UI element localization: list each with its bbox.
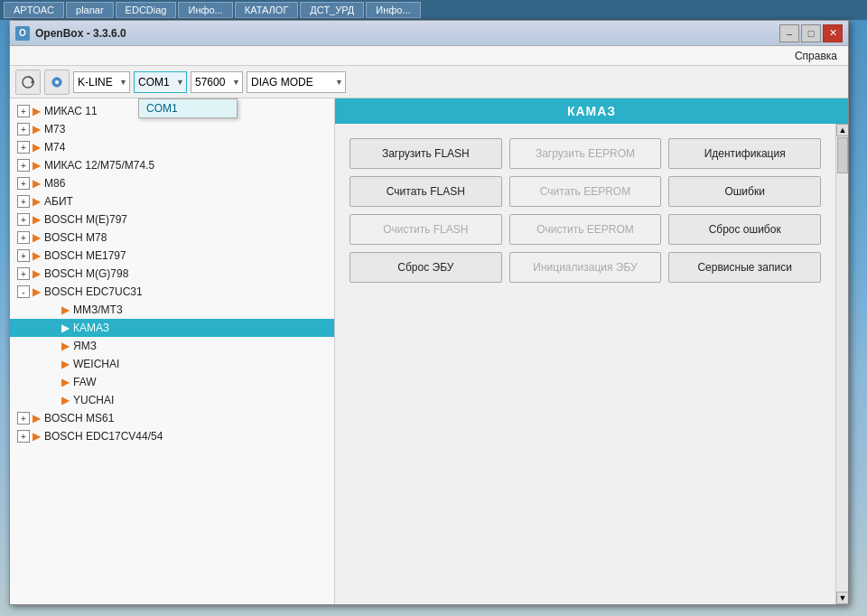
tree-item-faw[interactable]: ▶FAW bbox=[10, 373, 334, 391]
tree-label-m73: М73 bbox=[44, 123, 65, 135]
tree-expand-m74[interactable]: + bbox=[17, 141, 30, 154]
taskbar: АРTOAC planar EDCDiag Инфо... КАТАЛОГ ДС… bbox=[0, 0, 867, 20]
tree-label-bosch797: BOSCH M(E)797 bbox=[44, 213, 127, 226]
menu-help[interactable]: Справка bbox=[788, 48, 844, 64]
tree-label-kamaz: КАМАЗ bbox=[73, 322, 109, 334]
tree-node-icon-faw: ▶ bbox=[61, 376, 70, 388]
tree-label-mikas11: МИКАС 11 bbox=[44, 105, 98, 117]
scrollbar-thumb[interactable] bbox=[837, 137, 848, 173]
tree-label-boschms61: BOSCH MS61 bbox=[44, 412, 114, 425]
action-btn-service_records[interactable]: Сервисные записи bbox=[668, 252, 821, 283]
restore-button[interactable]: □ bbox=[801, 24, 821, 42]
action-btn-read_flash[interactable]: Считать FLASH bbox=[350, 176, 502, 207]
menu-bar: Справка bbox=[10, 46, 848, 66]
tree-expand-boschms61[interactable]: + bbox=[17, 412, 30, 425]
toolbar-connect-button[interactable] bbox=[44, 70, 70, 95]
taskbar-item-artoac[interactable]: АРTOAC bbox=[4, 2, 64, 18]
main-window: O OpenBox - 3.3.6.0 – □ ✕ Справка bbox=[9, 20, 849, 605]
tree-item-yamz[interactable]: ▶ЯМЗ bbox=[10, 337, 334, 355]
tree-node-icon-mmz_mt3: ▶ bbox=[61, 303, 70, 316]
scrollbar-track bbox=[836, 174, 848, 592]
action-btn-clear_eeprom: Очистить EEPROM bbox=[509, 214, 662, 245]
tree-item-m86[interactable]: +▶М86 bbox=[10, 174, 334, 192]
baud-rate-select[interactable]: 57600 bbox=[191, 71, 243, 93]
taskbar-item-info1[interactable]: Инфо... bbox=[178, 2, 232, 18]
tree-item-boschme1797[interactable]: +▶BOSCH ME1797 bbox=[10, 247, 334, 265]
action-btn-identification[interactable]: Идентификация bbox=[668, 138, 821, 169]
tree-item-boschg798[interactable]: +▶BOSCH M(G)798 bbox=[10, 265, 334, 283]
tree-expand-abit[interactable]: + bbox=[17, 195, 30, 208]
toolbar-refresh-button[interactable] bbox=[15, 70, 41, 95]
action-btn-reset_ecu[interactable]: Сброс ЭБУ bbox=[350, 252, 502, 283]
taskbar-item-katalog[interactable]: КАТАЛОГ bbox=[235, 2, 299, 18]
window-title: OpenBox - 3.3.6.0 bbox=[35, 27, 779, 40]
tree-label-boschm78: BOSCH M78 bbox=[44, 231, 107, 244]
tree-expand-boschedc17[interactable]: + bbox=[17, 430, 30, 443]
tree-label-mikas12: МИКАС 12/М75/М74.5 bbox=[44, 159, 154, 172]
tree-expand-boschme1797[interactable]: + bbox=[17, 249, 30, 262]
tree-item-boschm78[interactable]: +▶BOSCH M78 bbox=[10, 229, 334, 247]
diag-mode-select[interactable]: DIAG MODE bbox=[247, 71, 346, 93]
tree-item-abit[interactable]: +▶АБИТ bbox=[10, 192, 334, 210]
protocol-select-wrapper: K-LINE ▼ bbox=[73, 71, 130, 93]
tree-item-m74[interactable]: +▶М74 bbox=[10, 138, 334, 156]
tree-item-m73[interactable]: +▶М73 bbox=[10, 120, 334, 138]
tree-node-icon-abit: ▶ bbox=[33, 195, 41, 208]
action-buttons-grid: Загрузить FLASHЗагрузить EEPROMИдентифик… bbox=[339, 127, 832, 294]
tree-item-mikas12[interactable]: +▶МИКАС 12/М75/М74.5 bbox=[10, 156, 334, 174]
tree-expand-boschg798[interactable]: + bbox=[17, 267, 30, 280]
window-controls: – □ ✕ bbox=[779, 24, 843, 42]
tree-item-bosch797[interactable]: +▶BOSCH M(E)797 bbox=[10, 210, 334, 229]
tree-expand-m86[interactable]: + bbox=[17, 177, 30, 190]
tree-node-icon-boschedc7uc31: ▶ bbox=[33, 285, 41, 298]
action-btn-read_eeprom: Считать EEPROM bbox=[509, 176, 662, 207]
com-port-dropdown: COM1 bbox=[138, 98, 238, 118]
com-port-option-com1[interactable]: COM1 bbox=[139, 99, 237, 117]
tree-node-icon-weichai: ▶ bbox=[61, 358, 70, 370]
tree-node-icon-m86: ▶ bbox=[33, 177, 41, 190]
taskbar-item-edcdiag[interactable]: EDCDiag bbox=[116, 2, 177, 18]
tree-node-icon-boschg798: ▶ bbox=[33, 267, 41, 280]
tree-label-abit: АБИТ bbox=[44, 195, 73, 208]
tree-item-boschms61[interactable]: +▶BOSCH MS61 bbox=[10, 409, 334, 427]
taskbar-item-planar[interactable]: planar bbox=[66, 2, 114, 18]
taskbar-item-info2[interactable]: Инфо... bbox=[366, 2, 420, 18]
tree-node-icon-yuchai: ▶ bbox=[61, 394, 70, 406]
tree-expand-mikas11[interactable]: + bbox=[17, 105, 30, 117]
tree-item-weichai[interactable]: ▶WEICHAI bbox=[10, 355, 334, 373]
close-button[interactable]: ✕ bbox=[823, 24, 843, 42]
tree-label-boschedc7uc31: BOSCH EDC7UC31 bbox=[44, 285, 143, 298]
scrollbar-up-arrow[interactable]: ▲ bbox=[836, 124, 848, 136]
right-panel: КАМАЗ Загрузить FLASHЗагрузить EEPROMИде… bbox=[335, 98, 848, 604]
action-btn-init_ecu: Инициализация ЭБУ bbox=[509, 252, 662, 283]
minimize-button[interactable]: – bbox=[779, 24, 799, 42]
action-btn-clear_flash: Очистить FLASH bbox=[350, 214, 502, 245]
vertical-scrollbar[interactable]: ▲ ▼ bbox=[835, 124, 848, 604]
tree-item-kamaz[interactable]: ▶КАМАЗ bbox=[10, 319, 334, 337]
tree-expand-boschm78[interactable]: + bbox=[17, 231, 30, 244]
com-port-select[interactable]: COM1 bbox=[134, 71, 187, 93]
tree-label-boschg798: BOSCH M(G)798 bbox=[44, 267, 128, 280]
tree-item-yuchai[interactable]: ▶YUCHAI bbox=[10, 391, 334, 409]
tree-expand-mikas12[interactable]: + bbox=[17, 159, 30, 172]
tree-label-m86: М86 bbox=[44, 177, 65, 190]
tree-item-mmz_mt3[interactable]: ▶ММЗ/МТ3 bbox=[10, 301, 334, 319]
action-btn-load_flash[interactable]: Загрузить FLASH bbox=[350, 138, 502, 169]
tree-expand-boschedc7uc31[interactable]: - bbox=[17, 285, 30, 298]
com-port-select-wrapper: COM1 ▼ bbox=[134, 71, 187, 93]
tree-expand-bosch797[interactable]: + bbox=[17, 213, 30, 226]
tree-label-boschedc17: BOSCH EDC17CV44/54 bbox=[44, 430, 163, 443]
tree-expand-m73[interactable]: + bbox=[17, 123, 30, 135]
refresh-icon bbox=[21, 75, 35, 89]
protocol-select[interactable]: K-LINE bbox=[73, 71, 130, 93]
tree-node-icon-mikas11: ▶ bbox=[33, 105, 41, 117]
tree-item-boschedc7uc31[interactable]: -▶BOSCH EDC7UC31 bbox=[10, 283, 334, 301]
action-btn-reset_errors[interactable]: Сброс ошибок bbox=[668, 214, 821, 245]
scrollbar-down-arrow[interactable]: ▼ bbox=[836, 592, 848, 604]
tree-label-m74: М74 bbox=[44, 141, 65, 154]
tree-node-icon-yamz: ▶ bbox=[61, 340, 70, 352]
taskbar-item-dst[interactable]: ДСТ_УРД bbox=[300, 2, 364, 18]
tree-label-boschme1797: BOSCH ME1797 bbox=[44, 249, 126, 262]
action-btn-errors[interactable]: Ошибки bbox=[668, 176, 821, 207]
tree-item-boschedc17[interactable]: +▶BOSCH EDC17CV44/54 bbox=[10, 427, 334, 445]
